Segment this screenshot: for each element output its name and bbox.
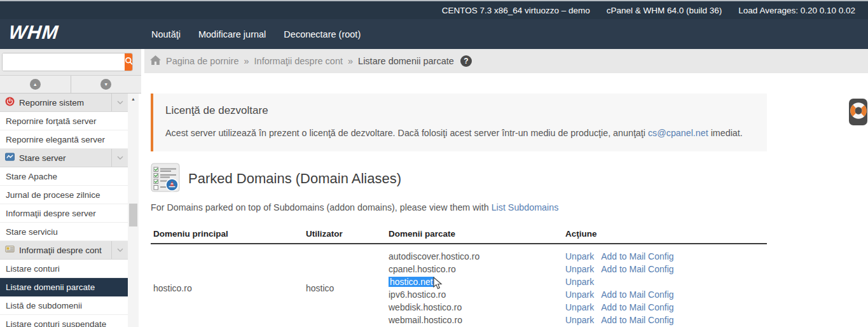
add-to-mail-config-link[interactable]: Add to Mail Config [601, 289, 673, 300]
parked-domain: ipv6.hostico.ro [389, 289, 446, 300]
main-domain-value: hostico.ro [153, 283, 192, 293]
intro-label: For Domains parked on top of Subdomains … [151, 202, 492, 212]
breadcrumb-separator: » [348, 56, 353, 66]
whm-logo[interactable]: WHM [8, 22, 60, 43]
server-status-icon [5, 152, 15, 164]
parked-domains-icon [151, 163, 180, 195]
nav-news[interactable]: Noutăţi [151, 29, 181, 39]
unpark-link[interactable]: Unpark [565, 277, 594, 287]
scrollbar-thumb[interactable] [129, 204, 137, 226]
sidebar-item-repornire-fortata[interactable]: Repornire forţată server [0, 112, 128, 130]
sidebar-item-label: Stare Apache [6, 172, 57, 181]
main-content: Licenţă de dezvoltare Acest server utili… [146, 73, 868, 327]
breadcrumb-home[interactable]: Pagina de pornire [166, 56, 238, 66]
sidebar-item-label: Stare serviciu [6, 227, 58, 237]
sidebar-scroll-controls: ▲ ▼ [0, 76, 141, 94]
main-header: WHM Noutăţi Modificare jurnal Deconectar… [0, 19, 868, 49]
sidebar-group-informatii-cont[interactable]: Informaţii despre cont [0, 241, 128, 260]
parked-domain: webmail.hostico.ro [389, 315, 462, 325]
intro-text: For Domains parked on top of Subdomains … [151, 202, 558, 212]
page-title: Parked Domains (Domain Aliases) [188, 170, 401, 187]
sidebar-group-label: Repornire sistem [19, 98, 84, 108]
unpark-link[interactable]: Unpark [565, 289, 594, 300]
breadcrumb-account-info[interactable]: Informaţii despre cont [254, 56, 343, 66]
parked-domain: webdisk.hostico.ro [389, 302, 462, 312]
notice-text: imediat. [708, 128, 743, 138]
section-header: Parked Domains (Domain Aliases) [151, 163, 401, 195]
sidebar-item-label: Repornire elegantă server [6, 135, 105, 144]
add-to-mail-config-link[interactable]: Add to Mail Config [601, 264, 673, 274]
user-cell: hostico [303, 250, 386, 326]
sidebar-item-informatii-server[interactable]: Informaţii despre server [0, 204, 128, 223]
cpanel-version-text: cPanel & WHM 64.0 (build 36) [607, 6, 722, 15]
search-input[interactable] [3, 53, 125, 71]
unpark-link[interactable]: Unpark [565, 251, 594, 261]
unpark-link[interactable]: Unpark [565, 302, 594, 312]
sidebar-item-stare-apache[interactable]: Stare Apache [0, 167, 128, 186]
sidebar-item-label: Informaţii despre server [6, 209, 96, 218]
sidebar-item-label: Repornire forţată server [6, 116, 97, 126]
notice-text: Acest server utilizează în prezent o lic… [165, 128, 648, 138]
sidebar-item-listare-conturi-suspendate[interactable]: Listare conturi suspendate [0, 315, 128, 327]
home-icon[interactable] [150, 55, 161, 67]
notice-body: Acest server utilizează în prezent o lic… [165, 128, 767, 138]
search-button[interactable] [125, 53, 133, 71]
sidebar-item-lista-subdomenii[interactable]: Listă de subdomenii [0, 296, 128, 315]
list-subdomains-link[interactable]: List Subdomains [492, 202, 559, 212]
sidebar-item-label: Listare conturi suspendate [6, 319, 106, 327]
col-header-domenii-parcate: Domenii parcate [386, 229, 563, 239]
sidebar-group-label: Informaţii despre cont [19, 246, 102, 255]
parked-domains-cell: autodiscover.hostico.ro cpanel.hostico.r… [386, 250, 563, 326]
nav-logout[interactable]: Deconectare (root) [284, 29, 361, 39]
up-arrow-icon: ▲ [30, 79, 41, 90]
col-header-domeniu-principal: Domeniu principal [151, 229, 303, 239]
cpanel-email-link[interactable]: cs@cpanel.net [648, 128, 708, 138]
unpark-link[interactable]: Unpark [565, 315, 594, 325]
sidebar-item-repornire-eleganta[interactable]: Repornire elegantă server [0, 130, 128, 149]
table-header-row: Domeniu principal Utilizator Domenii par… [151, 229, 767, 244]
sidebar-item-label: Jurnal de procese zilnice [6, 190, 100, 200]
sidebar-menu: Repornire sistem Repornire forţată serve… [0, 94, 128, 327]
nav-change-log[interactable]: Modificare jurnal [198, 29, 266, 39]
sidebar-group-repornire-sistem[interactable]: Repornire sistem [0, 94, 128, 112]
down-arrow-icon: ▼ [100, 79, 111, 90]
parked-domains-table: Domeniu principal Utilizator Domenii par… [151, 229, 767, 326]
parked-domain: autodiscover.hostico.ro [389, 251, 479, 261]
sidebar-item-jurnal-procese[interactable]: Jurnal de procese zilnice [0, 186, 128, 204]
scroll-up-control[interactable]: ▲ [0, 76, 71, 93]
add-to-mail-config-link[interactable]: Add to Mail Config [601, 251, 673, 261]
license-notice: Licenţă de dezvoltare Acest server utili… [151, 94, 767, 151]
sidebar-item-listare-domenii-parcate[interactable]: Listare domenii parcate [0, 278, 128, 296]
sidebar-item-label: Listă de subdomenii [6, 301, 82, 310]
sidebar-scrollbar[interactable]: ▲ [128, 94, 139, 327]
os-version-text: CENTOS 7.3 x86_64 virtuozzo – demo [442, 6, 590, 15]
help-icon[interactable]: ? [460, 55, 472, 67]
breadcrumb: Pagina de pornire » Informaţii despre co… [144, 49, 868, 73]
main-domain-cell: hostico.ro [151, 250, 303, 326]
add-to-mail-config-link[interactable]: Add to Mail Config [601, 315, 673, 325]
col-header-utilizator: Utilizator [303, 229, 386, 239]
sidebar-item-listare-conturi[interactable]: Listare conturi [0, 260, 128, 278]
breadcrumb-current: Listare domenii parcate [358, 56, 454, 66]
chevron-down-icon[interactable] [111, 94, 128, 111]
power-icon [5, 97, 15, 108]
chevron-down-icon[interactable] [111, 241, 128, 259]
scroll-down-control[interactable]: ▼ [71, 76, 142, 93]
sidebar-search-area [0, 49, 141, 76]
unpark-link[interactable]: Unpark [565, 264, 594, 274]
account-info-icon [5, 244, 15, 256]
sidebar-item-stare-serviciu[interactable]: Stare serviciu [0, 223, 128, 241]
sidebar-item-label: Listare domenii parcate [6, 282, 95, 292]
scrollbar-up-arrow-icon[interactable]: ▲ [128, 94, 139, 101]
actions-cell: UnparkAdd to Mail Config UnparkAdd to Ma… [563, 250, 767, 326]
user-value: hostico [306, 283, 334, 293]
sidebar-group-stare-server[interactable]: Stare server [0, 149, 128, 167]
support-tab[interactable] [849, 99, 867, 125]
load-averages-text: Load Averages: 0.20 0.10 0.02 [738, 6, 855, 15]
table-row: hostico.ro hostico autodiscover.hostico.… [151, 244, 767, 326]
chevron-down-icon[interactable] [111, 149, 128, 167]
notice-title: Licenţă de dezvoltare [165, 104, 767, 117]
parked-domain: cpanel.hostico.ro [389, 264, 456, 274]
sidebar-group-label: Stare server [19, 153, 66, 163]
add-to-mail-config-link[interactable]: Add to Mail Config [601, 302, 673, 312]
